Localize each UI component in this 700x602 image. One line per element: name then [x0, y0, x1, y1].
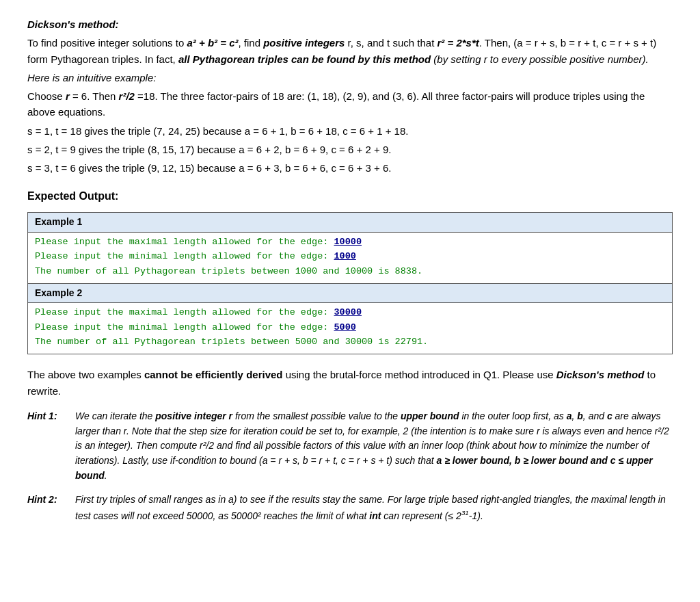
choose-r: Choose r = 6. Then r²/2 =18. The three f… — [27, 88, 673, 120]
example-1-body: Please input the maximal length allowed … — [28, 233, 672, 284]
triple-3: s = 3, t = 6 gives the triple (9, 12, 15… — [27, 160, 673, 176]
dicksons-title-text: Dickson's method: — [27, 18, 119, 30]
example-1-result: The number of all Pythagorean triplets b… — [35, 264, 665, 279]
example-1-line-1: Please input the maximal length allowed … — [35, 235, 665, 250]
example-2-input-min: 5000 — [334, 322, 355, 332]
example-1-header: Example 1 — [28, 213, 672, 233]
hint-2-section: Hint 2: First try triples of small range… — [27, 493, 673, 523]
hint-1-section: Hint 1: We can iterate the positive inte… — [27, 409, 673, 483]
example-1-input-max: 10000 — [334, 237, 362, 247]
example-2-input-max: 30000 — [334, 307, 362, 317]
intuitive-example-label: Here is an intuitive example: — [27, 70, 673, 86]
dicksons-title: Dickson's method: — [27, 16, 673, 32]
hint-2-text: First try triples of small ranges as in … — [75, 493, 673, 523]
expected-output-section: Expected Output: Example 1 Please input … — [27, 188, 673, 354]
triple-2: s = 2, t = 9 gives the triple (8, 15, 17… — [27, 142, 673, 157]
example-2-line-2: Please input the minimal length allowed … — [35, 320, 665, 335]
hint-1-text: We can iterate the positive integer r fr… — [75, 409, 673, 483]
note-paragraph: The above two examples cannot be efficie… — [27, 367, 673, 400]
dicksons-intro: To find positive integer solutions to a²… — [27, 35, 673, 67]
hint-2-label: Hint 2: — [27, 493, 75, 523]
example-2-line-1: Please input the maximal length allowed … — [35, 305, 665, 320]
dicksons-method-section: Dickson's method: To find positive integ… — [27, 16, 673, 176]
example-1-input-min: 1000 — [334, 251, 355, 261]
example-2-result: The number of all Pythagorean triplets b… — [35, 335, 665, 350]
example-1-line-2: Please input the minimal length allowed … — [35, 249, 665, 264]
example-2-body: Please input the maximal length allowed … — [28, 303, 672, 354]
examples-box: Example 1 Please input the maximal lengt… — [27, 212, 673, 354]
example-2-header: Example 2 — [28, 284, 672, 304]
expected-output-title: Expected Output: — [27, 188, 673, 205]
hint-1-label: Hint 1: — [27, 409, 75, 483]
triple-1: s = 1, t = 18 gives the triple (7, 24, 2… — [27, 123, 673, 139]
